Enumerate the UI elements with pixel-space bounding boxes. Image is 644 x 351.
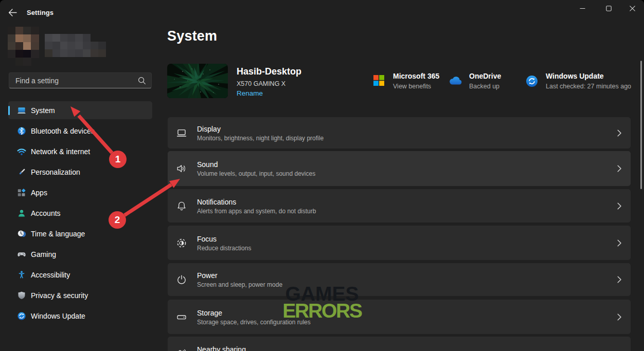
gaming-icon: [17, 250, 26, 259]
sidebar-item-privacy-security[interactable]: Privacy & security: [8, 286, 152, 304]
row-title: Power: [197, 271, 282, 280]
accounts-icon: [17, 209, 26, 218]
sidebar-item-bluetooth-devices[interactable]: Bluetooth & devices: [8, 122, 152, 140]
settings-row-power[interactable]: Power Screen and sleep, power mode: [168, 263, 631, 296]
settings-row-nearby-sharing[interactable]: Nearby sharing: [168, 337, 631, 351]
sidebar-item-gaming[interactable]: Gaming: [8, 245, 152, 263]
sidebar-item-label: Accounts: [31, 209, 61, 217]
bluetooth-icon: [17, 126, 26, 136]
minimize-icon: [580, 6, 585, 11]
sidebar-item-time-language[interactable]: Time & language: [8, 225, 152, 243]
apps-icon: [17, 188, 26, 197]
row-subtitle: Monitors, brightness, night light, displ…: [197, 134, 324, 141]
sidebar-item-label: Network & internet: [31, 147, 90, 156]
sidebar-item-network-internet[interactable]: Network & internet: [8, 142, 152, 160]
badge-title: OneDrive: [469, 72, 501, 80]
search-input[interactable]: [15, 73, 134, 88]
row-title: Focus: [197, 234, 251, 243]
chevron-right-icon: [616, 276, 622, 283]
settings-row-notifications[interactable]: Notifications Alerts from apps and syste…: [168, 189, 631, 223]
back-arrow-icon: [8, 9, 17, 16]
power-icon: [176, 274, 187, 285]
sidebar-item-windows-update[interactable]: Windows Update: [8, 307, 152, 325]
row-subtitle: Storage space, drives, configuration rul…: [197, 318, 311, 325]
row-title: Storage: [197, 308, 311, 317]
sidebar-item-system[interactable]: System: [8, 101, 152, 119]
row-subtitle: Reduce distractions: [197, 244, 251, 251]
app-title: Settings: [27, 9, 53, 16]
storage-icon: [176, 311, 187, 323]
selected-indicator: [8, 106, 10, 115]
sidebar-item-label: Bluetooth & devices: [31, 127, 95, 135]
chevron-right-icon: [616, 130, 622, 137]
sidebar-item-label: Accessibility: [31, 271, 70, 279]
device-thumbnail: [167, 64, 228, 98]
row-text: Nearby sharing: [197, 345, 246, 351]
rename-link[interactable]: Rename: [237, 89, 263, 97]
search-box[interactable]: [9, 72, 152, 88]
row-text: Storage Storage space, drives, configura…: [197, 308, 311, 325]
sidebar-item-accessibility[interactable]: Accessibility: [8, 266, 152, 284]
sidebar-item-label: Time & language: [31, 230, 85, 238]
windows-update-badge-icon: [526, 76, 538, 89]
row-subtitle: Volume levels, output, input, sound devi…: [197, 170, 315, 177]
onedrive-cloud-icon: [449, 76, 462, 87]
minimize-button[interactable]: [570, 0, 594, 16]
row-text: Notifications Alerts from apps and syste…: [197, 197, 316, 214]
page-title: System: [167, 28, 217, 44]
settings-row-storage[interactable]: Storage Storage space, drives, configura…: [168, 300, 631, 334]
row-text: Display Monitors, brightness, night ligh…: [197, 124, 324, 141]
maximize-button[interactable]: [597, 0, 620, 16]
settings-window: Settings System Bluetooth & devices: [0, 0, 644, 351]
scrollbar-thumb[interactable]: [640, 61, 642, 189]
microsoft-logo-icon: [373, 75, 384, 88]
sidebar-item-label: Privacy & security: [31, 291, 88, 300]
row-title: Notifications: [197, 197, 316, 206]
sidebar-item-accounts[interactable]: Accounts: [8, 204, 152, 222]
windows-update-icon: [17, 311, 26, 321]
row-subtitle: Screen and sleep, power mode: [197, 281, 282, 288]
sidebar-item-label: Personalization: [31, 168, 80, 176]
row-text: Power Screen and sleep, power mode: [197, 271, 282, 288]
sidebar-item-apps[interactable]: Apps: [8, 183, 152, 201]
sidebar-item-personalization[interactable]: Personalization: [8, 163, 152, 181]
chevron-right-icon: [616, 165, 622, 172]
badge-subtitle: Backed up: [469, 83, 499, 90]
notifications-icon: [176, 200, 187, 212]
sidebar-item-label: System: [31, 106, 55, 115]
privacy-security-icon: [17, 291, 26, 300]
screenshot-stage: Settings System Bluetooth & devices: [0, 0, 644, 351]
badge-subtitle: View benefits: [393, 83, 431, 90]
device-model: X570 GAMING X: [237, 80, 285, 87]
device-name: Hasib-Desktop: [237, 66, 301, 77]
sound-icon: [176, 163, 187, 174]
focus-icon: [176, 237, 187, 249]
network-icon: [17, 147, 26, 156]
step-1-marker: 1: [109, 151, 127, 168]
badge-title: Microsoft 365: [393, 72, 439, 80]
sidebar-item-label: Apps: [31, 189, 47, 197]
settings-row-sound[interactable]: Sound Volume levels, output, input, soun…: [168, 151, 631, 186]
row-title: Nearby sharing: [197, 345, 246, 351]
time-language-icon: [17, 229, 26, 238]
sidebar-item-label: Windows Update: [31, 312, 85, 320]
sidebar-item-label: Gaming: [31, 250, 56, 258]
row-title: Display: [197, 124, 324, 133]
chevron-right-icon: [616, 239, 622, 247]
settings-row-display[interactable]: Display Monitors, brightness, night ligh…: [168, 117, 631, 149]
row-subtitle: Alerts from apps and system, do not dist…: [197, 207, 316, 214]
row-title: Sound: [197, 160, 315, 169]
sidebar-nav: System Bluetooth & devices Network & int…: [8, 101, 152, 327]
row-text: Focus Reduce distractions: [197, 234, 251, 251]
badge-title: Windows Update: [546, 72, 604, 80]
close-button[interactable]: [620, 0, 644, 16]
badge-subtitle: Last checked: 27 minutes ago: [546, 83, 631, 90]
settings-row-focus[interactable]: Focus Reduce distractions: [168, 226, 631, 260]
maximize-icon: [606, 6, 612, 11]
display-icon: [176, 127, 187, 139]
chevron-right-icon: [616, 202, 622, 210]
system-icon: [17, 106, 26, 115]
back-button[interactable]: [5, 5, 20, 20]
personalization-icon: [17, 168, 26, 177]
search-icon[interactable]: [138, 77, 146, 85]
